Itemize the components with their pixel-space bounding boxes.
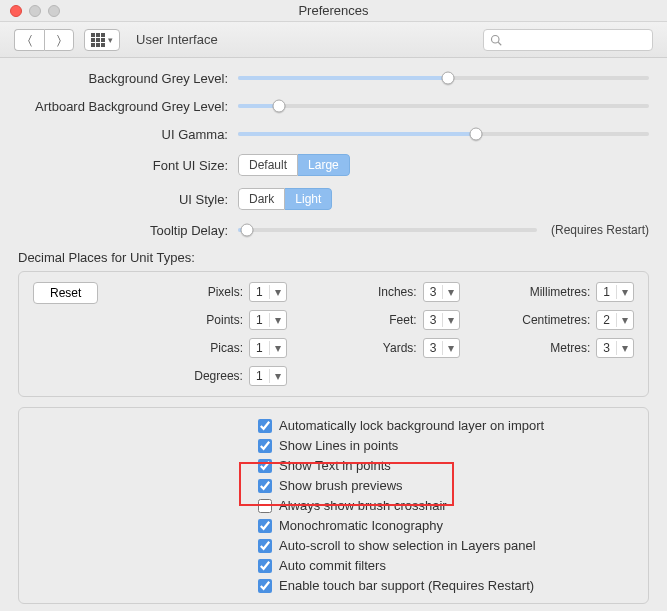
options-panel: Automatically lock background layer on i… [18, 407, 649, 604]
chk-touchbar[interactable]: Enable touch bar support (Requires Resta… [258, 578, 634, 593]
mm-select[interactable]: 1▾ [596, 282, 634, 302]
forward-button[interactable]: 〉 [44, 29, 74, 51]
chk-mono[interactable]: Monochromatic Iconography [258, 518, 634, 533]
font-ui-large[interactable]: Large [298, 154, 350, 176]
chk-showtext[interactable]: Show Text in points [258, 458, 634, 473]
nav-buttons: 〈 〉 [14, 29, 74, 51]
artboard-grey-slider[interactable] [238, 98, 649, 114]
decimal-heading: Decimal Places for Unit Types: [18, 244, 649, 271]
title-bar: Preferences [0, 0, 667, 22]
chevron-down-icon: ▾ [108, 35, 113, 45]
bg-grey-label: Background Grey Level: [18, 71, 238, 86]
view-mode-segment[interactable]: ▾ [84, 29, 120, 51]
chk-autocommit[interactable]: Auto commit filters [258, 558, 634, 573]
artboard-grey-label: Artboard Background Grey Level: [18, 99, 238, 114]
toolbar: 〈 〉 ▾ User Interface [0, 22, 667, 58]
degrees-label: Degrees: [127, 369, 243, 383]
feet-label: Feet: [301, 313, 417, 327]
pixels-select[interactable]: 1▾ [249, 282, 287, 302]
m-label: Metres: [474, 341, 590, 355]
cm-label: Centimetres: [474, 313, 590, 327]
chk-showlines[interactable]: Show Lines in points [258, 438, 634, 453]
grid-icon [91, 33, 105, 47]
pixels-label: Pixels: [127, 285, 243, 299]
font-ui-segment: Default Large [238, 154, 350, 176]
font-ui-label: Font UI Size: [18, 158, 238, 173]
ui-style-dark[interactable]: Dark [238, 188, 285, 210]
points-select[interactable]: 1▾ [249, 310, 287, 330]
inches-label: Inches: [301, 285, 417, 299]
feet-select[interactable]: 3▾ [423, 310, 461, 330]
svg-line-1 [498, 42, 501, 45]
yards-label: Yards: [301, 341, 417, 355]
section-label: User Interface [136, 32, 218, 47]
tooltip-hint: (Requires Restart) [537, 223, 649, 237]
decimal-panel: Reset Pixels: 1▾ Points: 1▾ Picas: 1▾ De… [18, 271, 649, 397]
tooltip-delay-label: Tooltip Delay: [18, 223, 238, 238]
ui-gamma-label: UI Gamma: [18, 127, 238, 142]
mm-label: Millimetres: [474, 285, 590, 299]
ui-style-light[interactable]: Light [285, 188, 332, 210]
m-select[interactable]: 3▾ [596, 338, 634, 358]
tooltip-delay-slider[interactable] [238, 222, 537, 238]
svg-point-0 [492, 35, 500, 43]
window-title: Preferences [0, 3, 667, 18]
search-icon [490, 34, 502, 46]
bg-grey-slider[interactable] [238, 70, 649, 86]
picas-label: Picas: [127, 341, 243, 355]
points-label: Points: [127, 313, 243, 327]
search-input[interactable] [483, 29, 653, 51]
chk-autoscroll[interactable]: Auto-scroll to show selection in Layers … [258, 538, 634, 553]
cm-select[interactable]: 2▾ [596, 310, 634, 330]
degrees-select[interactable]: 1▾ [249, 366, 287, 386]
back-button[interactable]: 〈 [14, 29, 44, 51]
reset-button[interactable]: Reset [33, 282, 98, 304]
yards-select[interactable]: 3▾ [423, 338, 461, 358]
inches-select[interactable]: 3▾ [423, 282, 461, 302]
chk-brushpreview[interactable]: Show brush previews [258, 478, 634, 493]
ui-gamma-slider[interactable] [238, 126, 649, 142]
ui-style-segment: Dark Light [238, 188, 332, 210]
font-ui-default[interactable]: Default [238, 154, 298, 176]
chk-brushcrosshair[interactable]: Always show brush crosshair [258, 498, 634, 513]
chk-autolock[interactable]: Automatically lock background layer on i… [258, 418, 634, 433]
picas-select[interactable]: 1▾ [249, 338, 287, 358]
ui-style-label: UI Style: [18, 192, 238, 207]
